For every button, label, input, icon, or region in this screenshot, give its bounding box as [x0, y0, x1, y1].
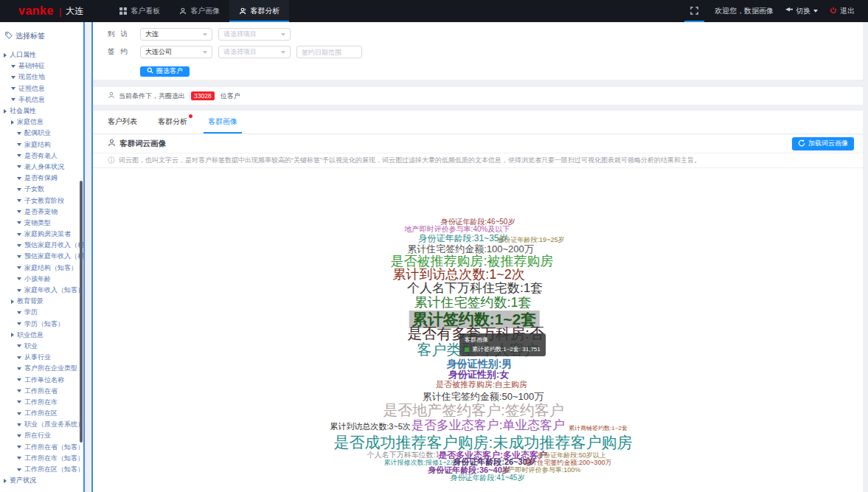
sign-date-range-input[interactable]: [296, 46, 362, 58]
chevron-down-icon[interactable]: [17, 412, 21, 415]
sidebar-item[interactable]: 教育背景: [0, 296, 83, 307]
wordcloud-word[interactable]: 客户类型:个人客户: [417, 342, 539, 358]
wordcloud-word[interactable]: 身份证性别:男: [447, 358, 513, 370]
wordcloud-word[interactable]: 累计住宅签约数:1套: [414, 296, 531, 310]
sidebar-item[interactable]: 配偶职业: [0, 128, 83, 139]
chevron-down-icon[interactable]: [17, 154, 21, 157]
wordcloud-word[interactable]: 是否被推荐购房:自主购房: [436, 381, 527, 389]
chevron-down-icon[interactable]: [17, 378, 21, 381]
sidebar-item[interactable]: 职业信息: [0, 330, 83, 341]
wordcloud-word[interactable]: 是否有多套万科房:否: [407, 326, 544, 342]
chevron-down-icon[interactable]: [17, 401, 21, 403]
chevron-down-icon[interactable]: [17, 132, 21, 135]
chevron-down-icon[interactable]: [11, 76, 15, 79]
chevron-down-icon[interactable]: [17, 344, 21, 347]
visit-project-select[interactable]: 请选择项目: [218, 28, 291, 41]
content-tab[interactable]: 客群分析: [158, 117, 187, 134]
chevron-down-icon[interactable]: [17, 367, 21, 370]
wordcloud-word[interactable]: 个人名下万科车位数:1个: [367, 451, 447, 460]
wordcloud-word[interactable]: 是否多业态客户:单业态客户: [412, 419, 566, 432]
sidebar-item[interactable]: 工作所在区（知客）: [0, 464, 83, 475]
wordcloud-word[interactable]: 累计到访总次数:3~5次: [330, 423, 411, 432]
sign-project-select[interactable]: 请选择项目: [218, 46, 291, 58]
chevron-down-icon[interactable]: [17, 457, 21, 460]
chevron-down-icon[interactable]: [17, 233, 21, 236]
sidebar-item[interactable]: 家庭信息: [0, 117, 83, 128]
wordcloud-word[interactable]: 地产即时评价参与率:40%及以下: [405, 226, 510, 234]
sidebar-item[interactable]: 基础特征: [0, 60, 83, 72]
wordcloud-word[interactable]: 累计到访总次数:1~2次: [392, 268, 525, 282]
fullscreen-button[interactable]: [686, 0, 703, 22]
chevron-right-icon[interactable]: [11, 333, 14, 337]
sidebar-item[interactable]: 是否有保姆: [0, 173, 83, 184]
chevron-right-icon[interactable]: [11, 120, 14, 125]
wordcloud-word[interactable]: 身份证性别:女: [448, 370, 509, 380]
sidebar-item[interactable]: 所在行业: [0, 430, 83, 441]
chevron-right-icon[interactable]: [11, 299, 14, 304]
chevron-down-icon[interactable]: [17, 322, 21, 325]
sidebar-item[interactable]: 子女教育阶段: [0, 195, 83, 206]
sidebar-item[interactable]: 小孩年龄: [0, 274, 83, 285]
content-tab[interactable]: 客群画像: [208, 117, 237, 134]
wordcloud-word[interactable]: 累计商铺签约数:1~2套: [569, 426, 628, 432]
chevron-down-icon[interactable]: [17, 356, 21, 359]
sidebar-item[interactable]: 是否养宠物: [0, 207, 83, 218]
sidebar-item[interactable]: 家庭结构（知客）: [0, 263, 83, 274]
sidebar-item[interactable]: 工作所在市（知客）: [0, 453, 83, 464]
chevron-down-icon[interactable]: [17, 255, 21, 258]
sidebar-item[interactable]: 家庭年收入（知客）: [0, 285, 83, 296]
wordcloud-word[interactable]: 身份证年龄段:31~35岁: [418, 234, 507, 243]
chevron-down-icon[interactable]: [11, 87, 15, 90]
sidebar-scrollbar[interactable]: [80, 181, 83, 443]
sidebar-item[interactable]: 宠物类型: [0, 218, 83, 229]
chevron-right-icon[interactable]: [4, 479, 7, 483]
sidebar-item[interactable]: 工作单位名称: [0, 374, 83, 385]
sidebar-item[interactable]: 工作所在省: [0, 386, 83, 397]
chevron-down-icon[interactable]: [17, 221, 21, 224]
chevron-down-icon[interactable]: [11, 98, 15, 101]
chevron-down-icon[interactable]: [11, 65, 15, 68]
switch-menu[interactable]: 切换: [785, 6, 818, 16]
sidebar-item[interactable]: 客户所在企业类型: [0, 363, 83, 374]
sidebar-item[interactable]: 社会属性: [0, 105, 83, 117]
sidebar-item[interactable]: 工作所在省（知客）: [0, 442, 83, 453]
chevron-down-icon[interactable]: [17, 289, 21, 292]
sidebar-item[interactable]: 从事行业: [0, 352, 83, 363]
chevron-down-icon[interactable]: [17, 244, 21, 247]
chevron-down-icon[interactable]: [17, 266, 21, 269]
sign-company-select[interactable]: 大连公司: [140, 46, 212, 58]
chevron-down-icon[interactable]: [17, 177, 21, 180]
sidebar-item[interactable]: 职业: [0, 341, 83, 352]
sidebar-item[interactable]: 现居住地: [0, 72, 83, 83]
chevron-down-icon[interactable]: [17, 468, 21, 471]
wordcloud-word[interactable]: 是否地产签约客户:签约客户: [383, 403, 564, 418]
wordcloud-word[interactable]: 累计住宅签约金额:50~100万: [423, 392, 544, 402]
visit-city-select[interactable]: 大连: [140, 28, 212, 41]
sidebar-item[interactable]: 子女数: [0, 184, 83, 195]
wordcloud-word[interactable]: 累计住宅签约金额:100~200万: [407, 244, 534, 254]
sidebar-item[interactable]: 资产状况: [0, 475, 83, 486]
sidebar-item[interactable]: 人口属性: [0, 49, 83, 60]
sidebar-item[interactable]: 工作所在市: [0, 397, 83, 408]
chevron-down-icon[interactable]: [17, 210, 21, 213]
chevron-down-icon[interactable]: [17, 199, 21, 202]
wordcloud-word[interactable]: 个人名下万科住宅数:1套: [407, 282, 543, 295]
sidebar-item[interactable]: 工作所在区: [0, 408, 83, 419]
wordcloud-word[interactable]: 身份证年龄段:41~45岁: [451, 474, 525, 482]
sidebar-item[interactable]: 证照信息: [0, 83, 83, 94]
logout-button[interactable]: 退出: [830, 6, 855, 16]
chevron-down-icon[interactable]: [17, 423, 21, 426]
chevron-down-icon[interactable]: [17, 311, 21, 314]
chevron-down-icon[interactable]: [17, 446, 21, 448]
sidebar-item[interactable]: 学历（知客）: [0, 319, 83, 330]
sidebar-item[interactable]: 家庭结构: [0, 139, 83, 150]
sidebar-item[interactable]: 家庭购房决策者: [0, 229, 83, 240]
sidebar-item[interactable]: 手机信息: [0, 94, 83, 105]
wordcloud-word[interactable]: 是否成功推荐客户购房:未成功推荐客户购房: [334, 434, 633, 451]
sidebar-item[interactable]: 预估家庭月收入（税后）: [0, 240, 83, 251]
navbar-tab[interactable]: 客户画像: [170, 0, 229, 22]
chevron-down-icon[interactable]: [17, 389, 21, 392]
navbar-tab[interactable]: 客户看板: [110, 0, 170, 22]
chevron-right-icon[interactable]: [4, 53, 7, 58]
content-tab[interactable]: 客户列表: [108, 117, 137, 134]
